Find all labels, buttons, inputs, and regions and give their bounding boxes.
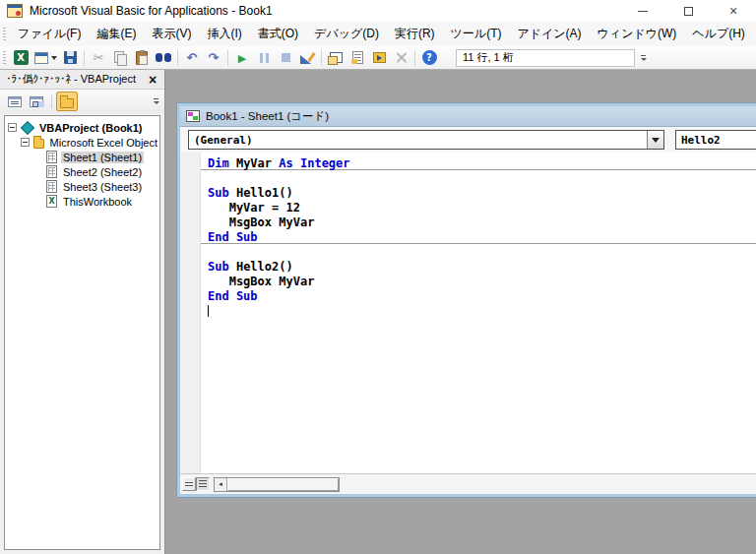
- code-window-titlebar[interactable]: Book1 - Sheet1 (コード): [180, 106, 756, 127]
- code-line[interactable]: MsgBox MyVar: [201, 275, 756, 289]
- project-explorer-titlebar[interactable]: ･ﾗ･僞ｸ･ｧ･ｯ･ﾈ - VBAProject ×: [0, 70, 164, 90]
- redo-icon: [209, 50, 220, 65]
- menu-tools[interactable]: ツール(T): [443, 23, 510, 45]
- toolbar-separator: [227, 50, 228, 66]
- maximize-button[interactable]: [665, 0, 711, 22]
- scroll-left-button[interactable]: ◂: [215, 478, 227, 491]
- code-line[interactable]: End Sub: [201, 230, 756, 244]
- save-icon: [64, 51, 77, 64]
- object-browser-button[interactable]: [368, 48, 390, 68]
- code-line[interactable]: [201, 171, 756, 186]
- code-window-title: Book1 - Sheet1 (コード): [206, 109, 329, 124]
- paste-button[interactable]: [131, 48, 153, 68]
- tree-item-sheet3[interactable]: Sheet3 (Sheet3): [5, 179, 159, 194]
- project-explorer-button[interactable]: [325, 48, 346, 68]
- redo-button[interactable]: [203, 48, 224, 68]
- save-button[interactable]: [59, 48, 81, 68]
- view-excel-button[interactable]: [10, 48, 32, 68]
- procedure-view-button[interactable]: [182, 477, 196, 491]
- collapse-icon[interactable]: [8, 123, 17, 132]
- code-line[interactable]: Sub Hello2(): [201, 260, 756, 275]
- undo-button[interactable]: [181, 48, 203, 68]
- panel-options-button[interactable]: [150, 92, 162, 111]
- menu-run[interactable]: 実行(R): [387, 23, 443, 45]
- menu-view[interactable]: 表示(V): [144, 23, 199, 45]
- paste-icon: [136, 51, 148, 65]
- object-dropdown-button[interactable]: [647, 131, 663, 149]
- mdi-client-area: Book1 - Sheet1 (コード) (General) Hello2 Di…: [165, 70, 756, 554]
- project-tree: VBAProject (Book1) Microsoft Excel Objec…: [4, 115, 160, 550]
- menu-debug[interactable]: デバッグ(D): [306, 23, 387, 45]
- toolbar-grip[interactable]: [3, 51, 6, 65]
- code-line[interactable]: [201, 304, 756, 319]
- tree-item-sheet2[interactable]: Sheet2 (Sheet2): [5, 164, 159, 179]
- code-line[interactable]: [201, 245, 756, 260]
- menu-format[interactable]: 書式(O): [250, 23, 306, 45]
- insert-userform-button[interactable]: [32, 48, 59, 68]
- minimize-button[interactable]: [620, 0, 665, 22]
- chevron-down-icon: [154, 101, 159, 104]
- code-text: Hello2(): [229, 260, 293, 274]
- find-button[interactable]: [153, 48, 174, 68]
- copy-button[interactable]: [109, 48, 131, 68]
- reset-icon: [282, 53, 290, 62]
- toolbar-options-button[interactable]: [637, 48, 650, 68]
- view-object-button[interactable]: [26, 92, 47, 111]
- menu-addins[interactable]: アドイン(A): [509, 23, 589, 45]
- find-icon: [156, 53, 171, 63]
- collapse-icon[interactable]: [21, 138, 30, 147]
- scrollbar-thumb[interactable]: [227, 478, 339, 491]
- break-button[interactable]: [253, 48, 275, 68]
- project-explorer-toolbar: [0, 90, 164, 113]
- menubar-grip[interactable]: [3, 28, 6, 41]
- insert-dropdown-icon: [51, 56, 57, 60]
- code-lines[interactable]: Dim MyVar As IntegerSub Hello1() MyVar =…: [201, 153, 756, 473]
- object-dropdown[interactable]: (General): [188, 130, 664, 150]
- overflow-bar-icon: [154, 98, 158, 99]
- tree-item-vbaproject[interactable]: VBAProject (Book1): [5, 120, 159, 135]
- menu-bar: ファイル(F) 編集(E) 表示(V) 挿入(I) 書式(O) デバッグ(D) …: [0, 22, 756, 46]
- code-line[interactable]: End Sub: [201, 289, 756, 304]
- code-line[interactable]: Sub Hello1(): [201, 186, 756, 201]
- toolbox-button[interactable]: [390, 48, 411, 68]
- tree-item-sheet1[interactable]: Sheet1 (Sheet1): [5, 150, 159, 164]
- properties-window-button[interactable]: [346, 48, 368, 68]
- cut-button[interactable]: [88, 48, 109, 68]
- code-window: Book1 - Sheet1 (コード) (General) Hello2 Di…: [177, 103, 756, 497]
- app-titlebar: Microsoft Visual Basic for Applications …: [0, 0, 756, 22]
- app-title: Microsoft Visual Basic for Applications …: [30, 4, 273, 18]
- toolbox-icon: [395, 51, 408, 64]
- menu-help[interactable]: ヘルプ(H): [684, 23, 753, 45]
- chevron-down-icon: [652, 138, 660, 143]
- code-line[interactable]: Dim MyVar As Integer: [201, 156, 756, 170]
- menu-insert[interactable]: 挿入(I): [199, 23, 249, 45]
- menu-edit[interactable]: 編集(E): [89, 23, 144, 45]
- code-line[interactable]: MyVar = 12: [201, 201, 756, 215]
- design-mode-button[interactable]: [296, 48, 318, 68]
- help-button[interactable]: [418, 48, 440, 68]
- horizontal-scrollbar[interactable]: ◂: [214, 477, 340, 492]
- procedure-dropdown[interactable]: Hello2: [675, 130, 756, 150]
- full-module-view-button[interactable]: [196, 477, 210, 491]
- tree-item-excel-objects[interactable]: Microsoft Excel Object: [5, 135, 159, 150]
- reset-button[interactable]: [275, 48, 296, 68]
- toggle-folders-button[interactable]: [56, 92, 78, 111]
- code-text: MyVar = 12: [208, 201, 300, 215]
- standard-toolbar: 11 行, 1 桁: [0, 46, 756, 70]
- close-button[interactable]: ×: [711, 0, 756, 22]
- menu-file[interactable]: ファイル(F): [10, 23, 89, 45]
- margin-indicator-bar[interactable]: [180, 153, 201, 473]
- minimize-icon: [638, 11, 648, 12]
- view-code-button[interactable]: [4, 92, 26, 111]
- run-sub-button[interactable]: [231, 48, 253, 68]
- code-keyword: End Sub: [208, 289, 258, 303]
- code-line[interactable]: MsgBox MyVar: [201, 215, 756, 230]
- tree-item-thisworkbook[interactable]: ThisWorkbook: [5, 194, 159, 209]
- toolbar-separator: [321, 50, 322, 66]
- menu-window[interactable]: ウィンドウ(W): [590, 23, 685, 45]
- tree-item-label: Microsoft Excel Object: [48, 137, 159, 149]
- code-editor[interactable]: Dim MyVar As IntegerSub Hello1() MyVar =…: [180, 153, 756, 473]
- tree-item-label: ThisWorkbook: [61, 196, 134, 208]
- workbook-icon: [46, 195, 57, 208]
- project-explorer-close-button[interactable]: ×: [145, 72, 160, 88]
